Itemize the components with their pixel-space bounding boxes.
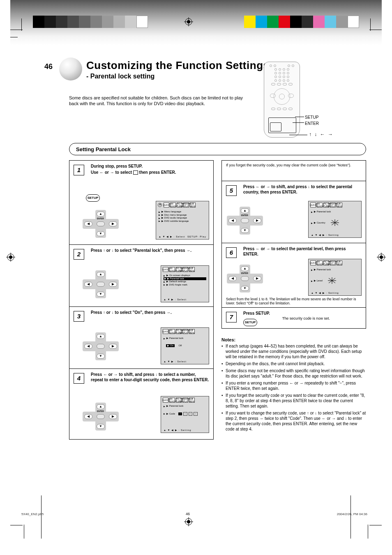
callout-line (295, 117, 304, 117)
osd-line: ▶ DVD audio language (161, 216, 187, 220)
osd-nav: ▲ ▼ ◀ ▶ (159, 235, 173, 238)
osd-tab-icon: QUICK (163, 398, 168, 403)
crop-mark (10, 37, 18, 37)
note-item: If you forget the security code or you w… (221, 393, 366, 409)
osd-line: ▶ DVD subtitle language (161, 220, 189, 223)
steps-left-column: 1 During stop, press SETUP. Use ← or → t… (69, 160, 214, 440)
osd-line: ▶ Level (314, 279, 323, 283)
osd-tab-icon: LAN GUAGE (317, 203, 323, 207)
step-text: Use ← or → to select (91, 170, 132, 175)
osd-nav: ▲ ▼ ▶ (164, 298, 174, 301)
setup-button-icon: SETUP (243, 319, 257, 326)
osd-line: ▶ On screen displays (166, 274, 190, 277)
osd-tab-icon: QUICK (310, 260, 316, 265)
dpad-icon: ▲▼ ◀▶ (82, 269, 120, 299)
grayscale-swatches (33, 16, 148, 28)
step-text: then press ENTER. (139, 170, 176, 175)
footer-filename: 5X40_EN2.p65 (21, 512, 44, 516)
osd-screenshot: QUICK LAN GUAGE PIC TURE PARENTAL DISPLA… (161, 265, 209, 302)
note-item: Some discs may not be encoded with speci… (221, 368, 366, 379)
starburst-icon (326, 276, 338, 286)
note-item: If you enter a wrong number press ← or →… (221, 380, 366, 391)
step-note: Select from the level 1 to 8. The limita… (226, 297, 362, 306)
osd-tab-icon: SUB MENU (189, 398, 195, 403)
osd-screenshot: QUICK LAN GUAGE PIC TURE PARENTAL DISPLA… (161, 396, 209, 433)
step-text: During stop, press SETUP. (91, 164, 209, 169)
dpad-icon: ENTER ▲▼ ◀▶ (82, 209, 120, 239)
crop-mark (21, 18, 22, 31)
dpad-icon: ▲▼ ◀▶ (82, 332, 120, 361)
registration-mark-top (184, 17, 193, 26)
osd-screenshot: QUICK LAN GUAGE PIC TURE PARENTAL DISPLA… (308, 259, 362, 296)
osd-screenshot: ✥ QUICK LAN GUAGE PIC TURE PARENTAL DISP… (156, 201, 209, 240)
step-number: 4 (74, 373, 84, 384)
step-number: 5 (226, 185, 237, 196)
parental-icon (133, 170, 138, 175)
crop-mark (350, 495, 351, 539)
dpad-icon: ENTER ▲▼ ◀▶ (226, 206, 264, 235)
crop-mark (10, 525, 23, 525)
osd-nav: ▲ ▼ ▶ (164, 360, 174, 363)
remote-callout-arrows: ↑ ↓ ← → (309, 131, 334, 137)
osd-line: ▶ Disc menu language (161, 214, 187, 217)
osd-line: ▶ Parental lock (166, 405, 183, 408)
osd-screenshot: QUICK LAN GUAGE PIC TURE PARENTAL DISPLA… (161, 327, 209, 364)
step-text: Press ← or → to shift, and press ↓ to se… (243, 184, 362, 195)
callout-line (293, 122, 304, 123)
section-title-bar: Setting Parental Lock (69, 143, 366, 155)
remote-callout-setup: SETUP (305, 115, 318, 120)
osd-on: On (170, 344, 173, 347)
osd-line: ▶ DVD Angle mark (166, 283, 187, 287)
step-number: 1 (74, 165, 84, 175)
osd-tab-icon: QUICK (163, 329, 168, 334)
crop-mark (10, 30, 23, 30)
callout-line (289, 135, 307, 135)
crop-mark (370, 18, 371, 31)
sphere-icon (59, 58, 82, 81)
step-text: Press ↑ or ↓ to select "On", then press … (91, 310, 209, 315)
osd-tab-icon: SUB MENU (337, 260, 342, 265)
notes-block: Notes: If each setup (pages 44–52) has b… (221, 337, 366, 433)
osd-nav: ▲ ▼ ◀ ▶ (311, 234, 325, 236)
osd-tab-icon: QUICK (164, 203, 169, 207)
osd-line: ▶ Parental lock (167, 277, 184, 280)
osd-off: Off (178, 344, 182, 348)
osd-tab-icon: LAN GUAGE (169, 329, 175, 334)
osd-line: ▶ Default settings (166, 280, 186, 283)
remote-callout-enter: ENTER (305, 121, 319, 126)
step-number: 2 (74, 249, 84, 260)
osd-tab-icon: SUB MENU (337, 203, 342, 207)
footer-page: 46 (186, 512, 190, 516)
remote-diagram (264, 62, 300, 138)
page-title: Customizing the Function Settings (86, 59, 269, 72)
step-note: The security code is now set. (282, 316, 330, 321)
osd-tab-icon: PARENTAL DISPLAY (330, 203, 336, 207)
osd-tab-icon: PARENTAL DISPLAY (182, 267, 188, 272)
osd-line: ▶ Parental lock (314, 268, 331, 272)
osd-tab-icon: PARENTAL DISPLAY (330, 260, 336, 265)
osd-tab-icon: QUICK (310, 203, 316, 207)
osd-tab-icon: LAN GUAGE (169, 267, 175, 272)
step-number: 7 (226, 312, 237, 322)
step4-note: If you forget the security code, you may… (221, 160, 366, 181)
osd-nav: ▲ ▼ ◀ ▶ (164, 429, 178, 431)
osd-tab-icon: SUB MENU (190, 203, 196, 207)
osd-line: ▶ Parental lock (166, 337, 183, 340)
page-number: 46 (44, 62, 53, 71)
crop-mark (41, 495, 42, 539)
note-item: If each setup (pages 44–52) has been com… (221, 343, 366, 359)
section-title: Setting Parental Lock (76, 146, 131, 152)
osd-tab-icon: LAN GUAGE (170, 203, 176, 207)
osd-tab-icon: SUB MENU (189, 267, 195, 272)
osd-tab-icon: PARENTAL DISPLAY (182, 398, 188, 403)
starburst-icon (329, 219, 341, 228)
osd-line: ▶ Menu language (161, 210, 181, 214)
color-swatches (244, 16, 359, 28)
intro-text: Some discs are specified not suitable fo… (69, 95, 250, 107)
step-number: 6 (226, 247, 237, 258)
step-text: Press ← or → to shift, and press ↓ to se… (91, 372, 209, 382)
osd-line: ▶ Parental lock (314, 210, 331, 214)
osd-nav: ▲ ▼ ◀ ▶ (311, 292, 325, 294)
registration-mark-right (377, 253, 386, 262)
osd-line: ▶ Country (314, 221, 325, 225)
